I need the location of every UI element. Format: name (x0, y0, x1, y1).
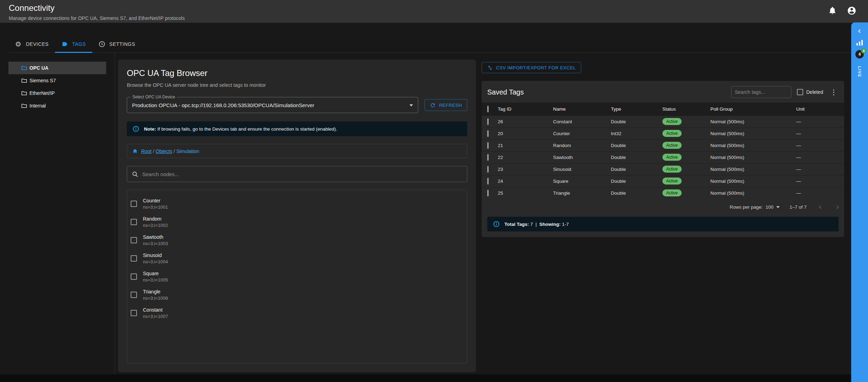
table-row[interactable]: 20 Counter Int32 Active Normal (500ms) — (482, 127, 844, 139)
cell-status: Active (662, 175, 710, 187)
notifications-bell-icon[interactable] (828, 6, 837, 15)
tree-node-name: Constant (143, 307, 168, 313)
tag-count-badge[interactable]: 4 4 (855, 50, 864, 58)
cell-name: Random (553, 139, 611, 151)
breadcrumb-items: Root / Objects / Simulation (141, 148, 199, 154)
tree-node-item[interactable]: Constant ns=3;i=1007 (127, 304, 467, 322)
tree-node-item[interactable]: Random ns=3;i=1002 (127, 213, 467, 231)
node-checkbox[interactable] (131, 219, 137, 225)
table-row[interactable]: 24 Square Double Active Normal (500ms) — (482, 175, 844, 187)
column-header-name: Name (553, 103, 611, 116)
device-select[interactable]: Select OPC UA Device Production OPCUA - … (127, 97, 418, 113)
tree-node-id: ns=3;i=1001 (143, 204, 168, 210)
deleted-filter[interactable]: Deleted (797, 89, 823, 95)
select-all-checkbox[interactable] (487, 106, 489, 112)
row-checkbox[interactable] (487, 118, 489, 125)
row-checkbox[interactable] (487, 190, 489, 196)
protocol-sidebar: OPC UA Siemens S7 EtherNet/IP Internal (0, 53, 115, 374)
table-row[interactable]: 21 Random Double Active Normal (500ms) — (482, 139, 844, 151)
saved-tags-header: Saved Tags Deleted ⋮ (482, 81, 844, 103)
tree-node-item[interactable]: Counter ns=3;i=1001 (127, 195, 467, 213)
tree-node-id: ns=3;i=1007 (143, 314, 168, 319)
row-checkbox[interactable] (487, 166, 489, 173)
clock-icon (98, 41, 105, 48)
tag-search (731, 86, 791, 98)
node-checkbox[interactable] (131, 273, 137, 280)
pagination-nav: ‹ › (819, 203, 839, 210)
deleted-label: Deleted (806, 89, 823, 95)
tree-node-item[interactable]: Sawtooth ns=3;i=1003 (127, 231, 467, 249)
node-checkbox[interactable] (131, 237, 137, 243)
cell-tag-id: 23 (498, 163, 553, 175)
column-header-tag-id: Tag ID (498, 103, 553, 116)
tag-search-input[interactable] (735, 89, 787, 95)
status-badge: Active (662, 130, 682, 137)
sidebar-item-label: Internal (29, 103, 46, 109)
tab-tags[interactable]: TAGS (55, 36, 92, 53)
breadcrumb-objects[interactable]: Objects (156, 148, 172, 154)
cell-type: Double (611, 151, 662, 163)
collapse-panel-icon[interactable] (857, 28, 862, 34)
row-checkbox[interactable] (487, 178, 489, 185)
table-row[interactable]: 25 Triangle Double Active Normal (500ms)… (482, 187, 844, 199)
tree-node-item[interactable]: Square ns=3;i=1005 (127, 268, 467, 286)
cell-tag-id: 22 (498, 151, 553, 163)
sidebar-item-siemens-s7[interactable]: Siemens S7 (8, 74, 106, 87)
table-row[interactable]: 22 Sawtooth Double Active Normal (500ms)… (482, 151, 844, 163)
live-label: LIVE (857, 66, 862, 77)
row-checkbox[interactable] (487, 154, 489, 161)
cell-name: Sawtooth (553, 151, 611, 163)
sidebar-item-internal[interactable]: Internal (8, 99, 106, 112)
table-row[interactable]: 26 Constant Double Active Normal (500ms)… (482, 116, 844, 127)
tab-bar: ⚙ DEVICES TAGS SETTINGS (9, 36, 851, 53)
table-row[interactable]: 23 Sinusoid Double Active Normal (500ms)… (482, 163, 844, 175)
account-circle-icon[interactable] (847, 6, 856, 15)
node-checkbox[interactable] (131, 201, 137, 207)
cell-type: Int32 (611, 127, 662, 139)
breadcrumb-root[interactable]: Root (141, 148, 152, 154)
cell-poll-group: Normal (500ms) (710, 151, 796, 163)
bar-chart-icon[interactable] (856, 40, 863, 46)
refresh-icon (430, 102, 436, 108)
saved-tags-table: Tag ID Name Type Status Poll Group Unit … (482, 103, 844, 199)
row-checkbox[interactable] (487, 130, 489, 137)
tab-label: DEVICES (26, 41, 49, 47)
cell-name: Counter (553, 127, 611, 139)
rows-per-page-select[interactable]: Rows per page: 100 (730, 204, 780, 210)
node-checkbox[interactable] (131, 310, 137, 316)
tree-node-item[interactable]: Triangle ns=3;i=1006 (127, 286, 467, 304)
node-checkbox[interactable] (131, 292, 137, 298)
previous-page-icon[interactable]: ‹ (819, 203, 822, 210)
cell-tag-id: 24 (498, 175, 553, 187)
tree-node-item[interactable]: Sinusoid ns=3;i=1004 (127, 249, 467, 268)
sidebar-item-opc-ua[interactable]: OPC UA (8, 62, 106, 74)
sidebar-item-label: OPC UA (29, 65, 48, 71)
tree-node-text: Random ns=3;i=1002 (143, 216, 168, 228)
status-badge: Active (662, 178, 682, 185)
csv-import-export-button[interactable]: CSV IMPORT/EXPORT FOR EXCEL (482, 62, 581, 73)
chevron-down-icon (409, 104, 413, 106)
node-search-input[interactable] (142, 171, 462, 177)
node-checkbox[interactable] (131, 255, 137, 262)
cell-poll-group: Normal (500ms) (710, 187, 796, 199)
more-options-icon[interactable]: ⋮ (829, 89, 839, 96)
info-icon (132, 125, 139, 132)
cell-unit: — (796, 139, 844, 151)
refresh-button[interactable]: REFRESH (425, 99, 467, 111)
tags-summary-banner: Total Tags: 7 | Showing: 1-7 (487, 217, 839, 231)
tab-settings[interactable]: SETTINGS (92, 36, 142, 53)
cell-unit: — (796, 163, 844, 175)
cell-type: Double (611, 139, 662, 151)
cell-status: Active (662, 127, 710, 139)
next-page-icon[interactable]: › (836, 203, 839, 210)
tab-devices[interactable]: ⚙ DEVICES (9, 36, 55, 53)
main-layout: OPC UA Siemens S7 EtherNet/IP Internal O… (0, 53, 868, 382)
gear-icon: ⚙ (15, 41, 22, 48)
tree-node-id: ns=3;i=1002 (143, 223, 168, 228)
deleted-checkbox[interactable] (797, 89, 803, 95)
row-checkbox[interactable] (487, 142, 489, 149)
sidebar-item-ethernet-ip[interactable]: EtherNet/IP (8, 87, 106, 99)
cell-unit: — (796, 187, 844, 199)
device-select-row: Select OPC UA Device Production OPCUA - … (127, 97, 467, 113)
folder-icon (21, 77, 27, 84)
